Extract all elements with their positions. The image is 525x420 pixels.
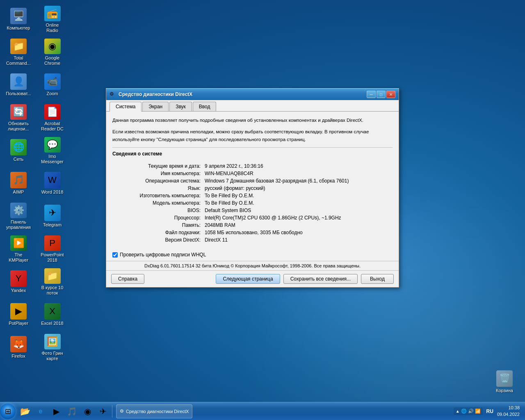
tray-volume-icon[interactable]: 🔊 xyxy=(468,409,474,414)
desktop-icon-zoom[interactable]: 📹Zoom xyxy=(38,70,67,100)
desktop-icon-word[interactable]: WWord 2018 xyxy=(38,168,67,199)
field-label: Текущие время и дата: xyxy=(112,162,203,170)
desktop-icon-label-imo: Imo Messenger xyxy=(40,154,65,164)
taskbar-running-items: ⚙ Средство диагностики DirectX xyxy=(116,402,454,420)
desktop-icon-image-control-panel: ⚙️ xyxy=(10,203,27,218)
field-label: Память: xyxy=(112,221,203,229)
desktop-icon-kmplayer[interactable]: ▶️The KMPlayer xyxy=(4,234,33,265)
taskbar-item-dxdiag-icon: ⚙ xyxy=(120,409,124,414)
save-button[interactable]: Сохранить все сведения... xyxy=(283,274,358,284)
desktop-icon-control-panel[interactable]: ⚙️Панель управления xyxy=(4,201,33,232)
desktop-icon-network[interactable]: 🌐Сеть xyxy=(4,135,33,166)
table-row: BIOS:Default System BIOS xyxy=(112,207,393,214)
desktop-icon-label-acrobat: Acrobat Reader DC xyxy=(40,121,65,132)
field-label: BIOS: xyxy=(112,207,203,214)
language-indicator[interactable]: RU xyxy=(484,408,495,415)
whql-label[interactable]: Проверить цифровые подписи WHQL xyxy=(120,252,206,258)
dialog-title-text: Средство диагностики DirectX xyxy=(119,91,364,97)
tab-screen[interactable]: Экран xyxy=(142,102,169,111)
taskbar-telegram[interactable]: ✈ xyxy=(96,404,110,419)
table-row: Язык:русский (формат: русский) xyxy=(112,185,393,192)
desktop-icon-label-aimp: AIMP xyxy=(13,189,24,195)
desktop-icon-image-excel: X xyxy=(44,303,61,320)
next-page-button[interactable]: Следующая страница xyxy=(216,274,280,284)
start-button[interactable]: ⊞ xyxy=(0,404,16,419)
tab-system[interactable]: Система xyxy=(110,102,142,112)
clock-time: 10:38 xyxy=(497,405,520,411)
whql-checkbox[interactable] xyxy=(112,252,118,258)
tray-chevron[interactable]: ▲ xyxy=(456,409,460,413)
table-row: Операционная система:Windows 7 Домашняя … xyxy=(112,177,393,185)
desktop-icon-computer[interactable]: 🖥️Компьютер xyxy=(4,4,33,35)
desktop-icon-online-radio[interactable]: 📻Online Radio xyxy=(38,4,67,35)
dialog-title-icon: ⚙ xyxy=(110,91,116,98)
field-value: WIN-MENUAQB8C4R xyxy=(203,170,393,177)
desktop-icon-imo[interactable]: 💬Imo Messenger xyxy=(38,135,67,166)
field-value: To Be Filled By O.E.M. xyxy=(203,192,393,199)
desktop-icon-label-yandex: Yandex xyxy=(11,288,26,293)
desktop-icon-photo[interactable]: 🖼️Фото Грин карте xyxy=(38,332,67,363)
table-row: Файл подкачки:1058 МБ использовано, 3035… xyxy=(112,229,393,236)
taskbar-explorer[interactable]: 📂 xyxy=(18,404,32,419)
desktop-icon-label-word: Word 2018 xyxy=(41,189,64,195)
taskbar-media-player[interactable]: ▶ xyxy=(49,404,64,419)
desktop-icon-yandex[interactable]: YYandex xyxy=(4,267,33,297)
desktop-icon-label-telegram: Telegram xyxy=(43,222,62,228)
desktop-icon-total-commander[interactable]: 📁Total Command... xyxy=(4,37,33,68)
taskbar-chrome[interactable]: ◉ xyxy=(80,404,95,419)
table-row: Память:2048MB RAM xyxy=(112,221,393,229)
desktop-icon-potplayer[interactable]: ▶PotPlayer xyxy=(4,299,33,330)
maximize-button[interactable]: □ xyxy=(377,91,386,98)
taskbar-item-dxdiag[interactable]: ⚙ Средство диагностики DirectX xyxy=(116,404,192,418)
desktop-icon-aimp[interactable]: 🎵AIMP xyxy=(4,168,33,199)
field-label: Файл подкачки: xyxy=(112,229,203,236)
desktop-icon-label-firefox: Firefox xyxy=(11,354,25,359)
table-row: Текущие время и дата:9 апреля 2022 г., 1… xyxy=(112,162,393,170)
desktop-icon-user[interactable]: 👤Пользоват... xyxy=(4,70,33,100)
system-clock[interactable]: 10:38 09.04.2022 xyxy=(497,405,520,418)
field-label: Версия DirectX: xyxy=(112,236,203,244)
tray-icons: ▲ 🌐 🔊 📶 xyxy=(454,407,483,415)
desktop-icon-image-network: 🌐 xyxy=(10,139,27,155)
field-label: Изготовитель компьютера: xyxy=(112,192,203,199)
desktop-icon-image-photo: 🖼️ xyxy=(44,334,61,349)
minimize-button[interactable]: ─ xyxy=(367,91,376,98)
dialog-left-buttons: Справка xyxy=(111,274,144,284)
recycle-bin-image: 🗑️ xyxy=(496,370,513,387)
desktop-icon-firefox[interactable]: 🦊Firefox xyxy=(4,332,33,363)
desktop-icon-image-chrome: ◉ xyxy=(44,39,61,54)
taskbar-ie[interactable]: e xyxy=(33,404,48,419)
desktop-icon-image-acrobat: 📄 xyxy=(44,104,61,120)
tab-sound[interactable]: Звук xyxy=(169,102,192,111)
desktop-icon-label-powerpoint: PowerPoint 2018 xyxy=(40,252,65,263)
desktop-icon-label-excel: Excel 2018 xyxy=(41,321,63,326)
dialog-titlebar: ⚙ Средство диагностики DirectX ─ □ ✕ xyxy=(106,89,399,100)
taskbar-pinned-icons: 📂 e ▶ 🎵 ◉ ✈ xyxy=(18,402,110,420)
desktop-icons-container: 🖥️Компьютер📁Total Command...👤Пользоват..… xyxy=(4,4,70,381)
desktop-icon-image-firefox: 🦊 xyxy=(10,336,27,352)
dialog-content: Данная программа позволяет получить подр… xyxy=(106,112,399,249)
field-label: Процессор: xyxy=(112,214,203,221)
desktop-icon-update[interactable]: 🔄Обновить лицензи... xyxy=(4,103,33,133)
recycle-bin-icon[interactable]: 🗑️ Корзина xyxy=(490,367,519,397)
field-value: Intel(R) Core(TM)2 CPU 6300 @ 1.86GHz (2… xyxy=(203,214,393,221)
taskbar-aimp[interactable]: 🎵 xyxy=(64,404,79,419)
desktop-icon-label-photo: Фото Грин карте xyxy=(40,351,65,361)
tab-input[interactable]: Ввод xyxy=(193,102,217,111)
desktop-icon-powerpoint[interactable]: PPowerPoint 2018 xyxy=(38,234,67,265)
desktop-icon-label-kmplayer: The KMPlayer xyxy=(6,252,31,263)
desktop-icon-acrobat[interactable]: 📄Acrobat Reader DC xyxy=(38,103,67,133)
desktop-icon-folder-course[interactable]: 📁В курсе 10 поток xyxy=(38,267,67,297)
tray-network2-icon: 📶 xyxy=(475,409,481,414)
help-button[interactable]: Справка xyxy=(111,274,144,284)
field-value: 9 апреля 2022 г., 10:36:16 xyxy=(203,162,393,170)
desktop-icon-chrome[interactable]: ◉Google Chrome xyxy=(38,37,67,68)
desktop-icon-excel[interactable]: XExcel 2018 xyxy=(38,299,67,330)
taskbar-separator xyxy=(112,405,112,418)
desktop-icon-label-network: Сеть xyxy=(14,157,23,162)
desktop-icon-image-imo: 💬 xyxy=(44,137,61,153)
desktop-icon-telegram[interactable]: ✈Telegram xyxy=(38,201,67,232)
desktop-icon-image-telegram: ✈ xyxy=(44,205,61,221)
close-button[interactable]: ✕ xyxy=(386,91,395,98)
exit-button[interactable]: Выход xyxy=(361,274,394,284)
